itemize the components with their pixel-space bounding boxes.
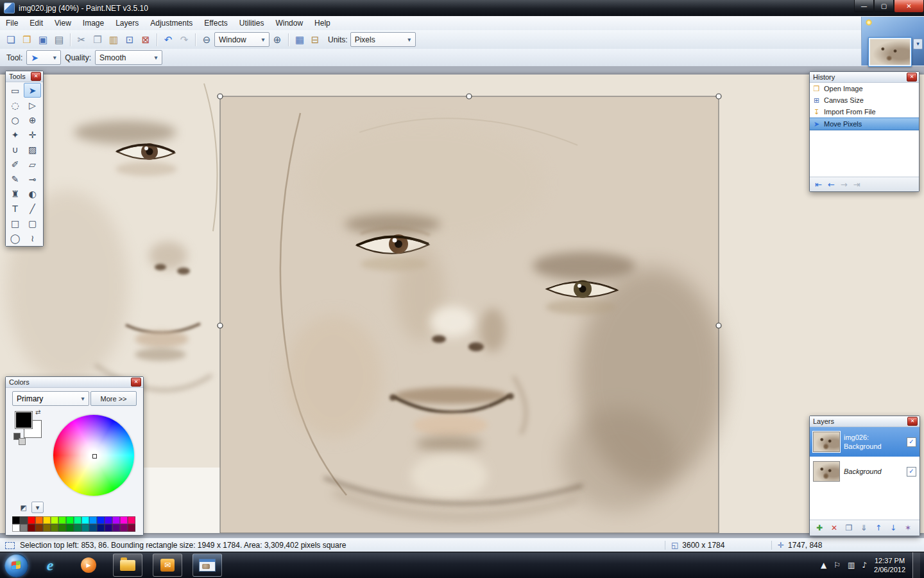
undo-button[interactable]: ↶ — [160, 32, 176, 48]
paste-button[interactable]: ▥ — [106, 32, 121, 48]
color-swatch[interactable] — [58, 516, 66, 524]
color-swatch[interactable] — [12, 524, 20, 532]
history-redo-button[interactable]: → — [841, 180, 848, 189]
menu-edit[interactable]: Edit — [24, 16, 49, 30]
color-swatch[interactable] — [35, 516, 43, 524]
tool-freeform-shape[interactable]: ≀ — [24, 231, 41, 245]
color-swatch[interactable] — [105, 524, 112, 532]
current-tool-dropdown[interactable]: ➤ ▾ — [26, 50, 61, 65]
history-window-titlebar[interactable]: History ✕ — [810, 72, 919, 83]
crop-button[interactable]: ⊡ — [122, 32, 137, 48]
color-swatch[interactable] — [20, 516, 28, 524]
selection-handle[interactable] — [466, 94, 472, 99]
history-undo-button[interactable]: ← — [828, 180, 835, 189]
units-dropdown[interactable]: Pixels ▾ — [350, 32, 416, 47]
color-swatch[interactable] — [20, 524, 28, 532]
color-swatch[interactable] — [51, 524, 58, 532]
minimize-button[interactable]: — — [854, 0, 874, 13]
cut-button[interactable]: ✂ — [74, 32, 89, 48]
color-swatch[interactable] — [74, 524, 81, 532]
zoom-in-button[interactable]: ⊕ — [270, 32, 285, 48]
menu-window[interactable]: Window — [270, 16, 309, 30]
action-center-flag-icon[interactable]: ⚐ — [834, 561, 841, 570]
merge-down-button[interactable]: ⇓ — [858, 522, 869, 534]
layer-row[interactable]: Background✓ — [810, 457, 920, 486]
zoom-mode-dropdown[interactable]: Window ▾ — [214, 32, 270, 47]
volume-icon[interactable]: ♪ — [862, 561, 867, 570]
menu-effects[interactable]: Effects — [198, 16, 233, 30]
rulers-toggle-button[interactable]: ⊟ — [307, 32, 323, 48]
layer-visibility-checkbox[interactable]: ✓ — [907, 467, 916, 477]
color-swatch[interactable] — [81, 516, 89, 524]
menu-adjustments[interactable]: Adjustments — [144, 16, 198, 30]
print-button[interactable]: ▤ — [51, 32, 67, 48]
colors-close-button[interactable]: ✕ — [131, 378, 141, 387]
color-swatch[interactable] — [89, 524, 97, 532]
selection-handle[interactable] — [716, 323, 721, 328]
tool-rectangle-select[interactable]: ▭ — [6, 83, 24, 98]
tool-text[interactable]: T — [6, 201, 24, 216]
tool-gradient[interactable]: ▨ — [24, 142, 41, 157]
tool-ellipse[interactable]: ◯ — [6, 231, 24, 245]
image-list-chevron-icon[interactable]: ▾ — [913, 39, 923, 49]
tool-magic-wand[interactable]: ✦ — [6, 127, 24, 142]
menu-utilities[interactable]: Utilities — [234, 16, 270, 30]
color-mode-dropdown[interactable]: Primary ▾ — [12, 391, 89, 406]
layers-window-titlebar[interactable]: Layers ✕ — [810, 416, 920, 427]
internet-explorer-taskbar-button[interactable]: e — [36, 554, 64, 576]
close-button[interactable]: ✕ — [894, 0, 924, 13]
color-swatch[interactable] — [51, 516, 58, 524]
outlook-taskbar-button[interactable]: ✉ — [153, 554, 182, 577]
color-swatch[interactable] — [43, 524, 51, 532]
layer-row[interactable]: img026:Background✓ — [810, 427, 920, 457]
history-fast-forward-button[interactable]: ⇥ — [853, 180, 860, 189]
color-swatch[interactable] — [128, 524, 135, 532]
history-item[interactable]: ❒Open Image — [810, 83, 919, 94]
color-swatch[interactable] — [89, 516, 97, 524]
tool-pencil[interactable]: ✎ — [6, 171, 24, 186]
color-swatch[interactable] — [28, 516, 35, 524]
color-swatch[interactable] — [12, 516, 20, 524]
color-swatch[interactable] — [28, 524, 35, 532]
tool-recolor[interactable]: ◐ — [24, 186, 41, 201]
new-button[interactable]: ❏ — [3, 32, 19, 48]
paint-net-taskbar-button[interactable] — [193, 554, 222, 577]
layers-close-button[interactable]: ✕ — [907, 417, 918, 426]
move-layer-up-button[interactable]: ↑ — [873, 522, 884, 534]
layer-properties-button[interactable]: ✶ — [902, 522, 914, 534]
color-swatch[interactable] — [43, 516, 51, 524]
menu-help[interactable]: Help — [309, 16, 336, 30]
color-swatch[interactable] — [120, 524, 128, 532]
color-swatch[interactable] — [112, 524, 120, 532]
explorer-taskbar-button[interactable] — [113, 554, 142, 577]
history-item[interactable]: ↧Import From File — [810, 106, 919, 118]
history-close-button[interactable]: ✕ — [907, 73, 917, 82]
selection-handle[interactable] — [716, 94, 721, 99]
move-layer-down-button[interactable]: ↓ — [887, 522, 899, 534]
tool-color-picker[interactable]: ⊸ — [24, 171, 41, 186]
zoom-out-button[interactable]: ⊖ — [199, 32, 214, 48]
delete-layer-button[interactable]: ✕ — [828, 522, 840, 534]
tool-move-selection[interactable]: ▷ — [24, 98, 41, 112]
open-image-thumbnail[interactable] — [868, 37, 912, 67]
tool-ellipse-select[interactable]: ○ — [6, 112, 24, 127]
palette-menu-button[interactable]: ▾ — [31, 502, 44, 513]
tool-line-curve[interactable]: ╱ — [24, 201, 41, 216]
history-rewind-button[interactable]: ⇤ — [815, 180, 822, 189]
menu-layers[interactable]: Layers — [110, 16, 144, 30]
quality-dropdown[interactable]: Smooth ▾ — [95, 50, 162, 65]
add-layer-button[interactable]: ✚ — [814, 522, 825, 534]
menu-view[interactable]: View — [49, 16, 77, 30]
color-swatch[interactable] — [120, 516, 128, 524]
copy-button[interactable]: ❐ — [90, 32, 105, 48]
selection-handle[interactable] — [218, 94, 223, 99]
tool-move-selected-pixels[interactable]: ➤ — [24, 83, 41, 98]
palette-swatch-icon[interactable]: ◩ — [17, 502, 30, 513]
default-colors-icon[interactable] — [19, 438, 26, 445]
tool-pan[interactable]: ✛ — [24, 127, 41, 142]
primary-color-swatch[interactable] — [15, 411, 33, 429]
menu-image[interactable]: Image — [77, 16, 110, 30]
show-desktop-button[interactable] — [912, 552, 920, 578]
color-swatch[interactable] — [35, 524, 43, 532]
tool-rectangle[interactable]: □ — [6, 216, 24, 231]
